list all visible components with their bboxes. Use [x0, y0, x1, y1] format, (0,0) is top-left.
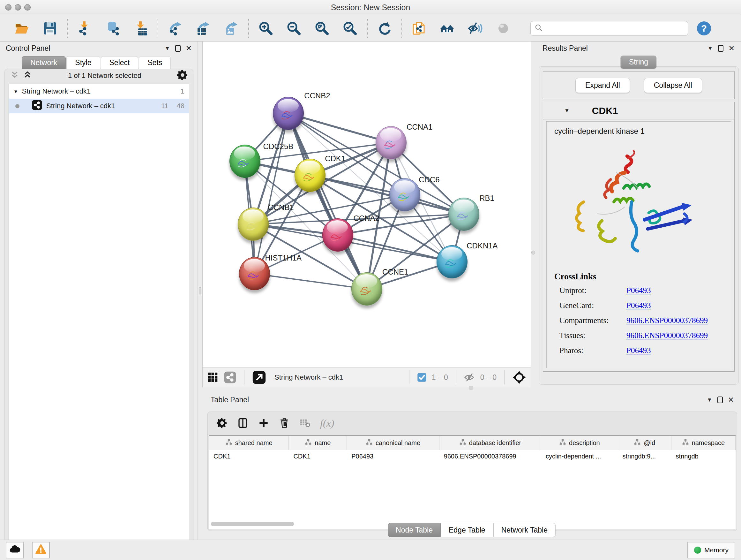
network-canvas[interactable]: CCNB2CCNA1CDC25BCDK1CDC6RB1CCNB1CCNA2CDK…: [202, 42, 531, 367]
network-node-ccna2[interactable]: [322, 219, 353, 252]
import-table-icon[interactable]: [132, 20, 149, 37]
crosslink-link[interactable]: 9606.ENSP00000378699: [626, 331, 708, 340]
network-node-cdc6[interactable]: [389, 178, 420, 211]
help-icon[interactable]: ?: [696, 21, 712, 36]
tab-network[interactable]: Network: [22, 56, 66, 69]
selected-checkbox-icon[interactable]: [417, 373, 427, 382]
node-table[interactable]: shared namenamecanonical namedatabase id…: [209, 435, 736, 530]
table-panel-divider-grip[interactable]: [469, 386, 473, 390]
clone-network-icon[interactable]: [410, 20, 428, 37]
network-edge[interactable]: [288, 113, 391, 143]
network-node-cdc25b[interactable]: [229, 145, 260, 178]
network-edge[interactable]: [254, 113, 288, 273]
network-edge[interactable]: [288, 113, 367, 289]
column-header-shared-name[interactable]: shared name: [209, 436, 289, 450]
save-session-icon[interactable]: [42, 20, 59, 37]
column-header-namespace[interactable]: namespace: [671, 436, 736, 450]
collapse-caret-icon[interactable]: ▼: [13, 89, 18, 94]
search-input[interactable]: [545, 24, 688, 33]
apply-layout-icon[interactable]: [376, 20, 393, 37]
import-network-from-database-icon[interactable]: [104, 20, 121, 37]
show-columns-icon[interactable]: [237, 417, 249, 429]
network-collection-row[interactable]: ▼ String Network – cdk1 1: [9, 84, 189, 99]
panel-close-icon[interactable]: ✕: [729, 45, 735, 52]
tab-select[interactable]: Select: [101, 56, 138, 69]
export-table-icon[interactable]: [195, 20, 212, 37]
first-neighbors-icon[interactable]: [439, 20, 456, 37]
network-node-ccna1[interactable]: [376, 126, 407, 159]
collapse-all-button[interactable]: Collapse All: [644, 78, 702, 93]
table-cell[interactable]: P06493: [347, 450, 440, 463]
tab-string[interactable]: String: [621, 56, 657, 69]
table-row[interactable]: CDK1CDK1P064939606.ENSP00000378699cyclin…: [209, 450, 736, 463]
network-node-ccnb2[interactable]: [273, 97, 304, 130]
table-cell[interactable]: CDK1: [209, 450, 289, 463]
memory-button[interactable]: Memory: [687, 542, 735, 558]
network-edge[interactable]: [338, 235, 452, 262]
table-cell[interactable]: cyclin-dependent ...: [541, 450, 618, 463]
grid-view-icon[interactable]: [207, 372, 219, 383]
divider-grip[interactable]: [199, 287, 201, 294]
add-column-icon[interactable]: [258, 418, 269, 428]
delete-column-icon[interactable]: [279, 417, 290, 429]
warnings-button[interactable]: [32, 542, 50, 558]
search-box[interactable]: [530, 21, 688, 36]
crosslink-link[interactable]: 9606.ENSP00000378699: [626, 316, 708, 325]
network-node-cdk1[interactable]: [294, 159, 326, 192]
crosslink-link[interactable]: P06493: [626, 346, 651, 355]
collapse-caret-icon[interactable]: ▼: [564, 108, 569, 113]
tab-node-table[interactable]: Node Table: [388, 523, 441, 537]
crosslink-link[interactable]: P06493: [626, 286, 651, 295]
panel-float-icon[interactable]: [718, 45, 724, 52]
table-cell[interactable]: stringdb:9...: [618, 450, 671, 463]
network-node-ccnb1[interactable]: [238, 207, 269, 241]
import-network-icon[interactable]: [76, 20, 93, 37]
network-node-rb1[interactable]: [448, 198, 479, 231]
expand-all-button[interactable]: Expand All: [576, 78, 630, 93]
column-header--id[interactable]: @id: [618, 436, 671, 450]
fit-selected-icon[interactable]: [512, 370, 526, 384]
results-panel-divider[interactable]: [531, 42, 536, 387]
panel-close-icon[interactable]: ✕: [728, 396, 734, 403]
panel-menu-icon[interactable]: ▼: [165, 46, 170, 51]
crosslink-link[interactable]: P06493: [626, 301, 651, 310]
panel-float-icon[interactable]: [175, 45, 181, 52]
collapse-all-icon[interactable]: [10, 70, 19, 81]
column-header-database-identifier[interactable]: database identifier: [440, 436, 541, 450]
gene-card-header[interactable]: ▼ CDK1: [543, 102, 734, 119]
tab-sets[interactable]: Sets: [139, 56, 171, 69]
table-cell[interactable]: stringdb: [671, 450, 736, 463]
hide-selected-icon[interactable]: [467, 20, 484, 37]
network-row[interactable]: String Network – cdk1 11 48: [9, 99, 189, 113]
column-header-name[interactable]: name: [289, 436, 347, 450]
tab-network-table[interactable]: Network Table: [493, 523, 556, 537]
export-image-icon[interactable]: [223, 20, 240, 37]
expand-all-icon[interactable]: [23, 70, 32, 81]
network-edge[interactable]: [254, 273, 367, 289]
string-badge-icon[interactable]: [224, 371, 237, 384]
open-view-icon[interactable]: [252, 370, 266, 384]
gear-icon[interactable]: [177, 70, 188, 82]
tab-style[interactable]: Style: [66, 56, 100, 69]
column-header-canonical-name[interactable]: canonical name: [347, 436, 440, 450]
zoom-selected-icon[interactable]: [341, 20, 359, 37]
zoom-fit-content-icon[interactable]: [313, 20, 331, 37]
table-cell[interactable]: CDK1: [289, 450, 347, 463]
tab-edge-table[interactable]: Edge Table: [441, 523, 493, 537]
panel-float-icon[interactable]: [718, 396, 723, 403]
divider-grip[interactable]: [531, 251, 535, 254]
panel-menu-icon[interactable]: ▼: [707, 397, 712, 402]
panel-menu-icon[interactable]: ▼: [708, 46, 713, 51]
export-network-icon[interactable]: [166, 20, 184, 37]
control-panel-divider[interactable]: [198, 42, 202, 540]
table-settings-icon[interactable]: [217, 418, 227, 428]
network-node-ccne1[interactable]: [351, 272, 382, 306]
network-node-cdkn1a[interactable]: [436, 245, 468, 278]
cloud-button[interactable]: [6, 542, 23, 558]
hidden-eye-icon[interactable]: [464, 372, 475, 383]
table-cell[interactable]: 9606.ENSP00000378699: [440, 450, 541, 463]
panel-close-icon[interactable]: ✕: [186, 45, 192, 52]
open-session-icon[interactable]: [13, 20, 30, 37]
zoom-in-icon[interactable]: [257, 20, 274, 37]
zoom-out-icon[interactable]: [285, 20, 302, 37]
